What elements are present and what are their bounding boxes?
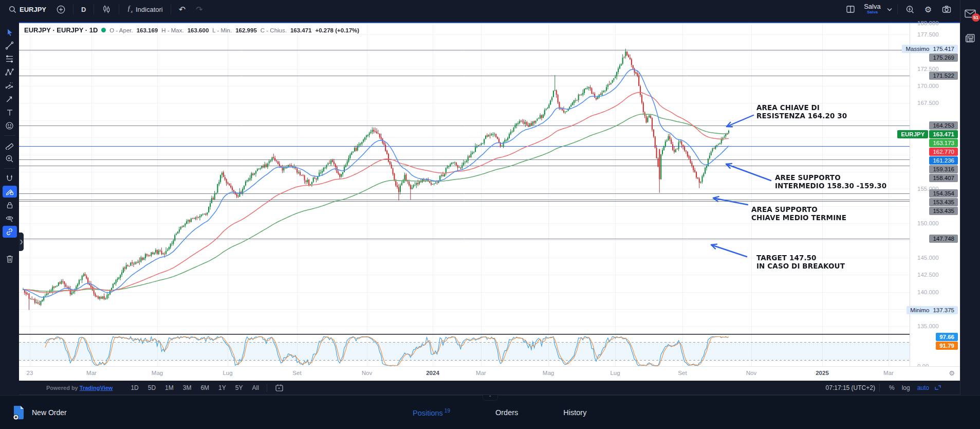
range-button-1y[interactable]: 1Y [215, 383, 230, 392]
maximize-scale-icon[interactable] [934, 385, 941, 391]
fx-icon: ƒx [127, 5, 133, 14]
measure-tool[interactable] [3, 139, 17, 151]
ruler-icon [5, 141, 14, 150]
zoom-in-tool[interactable] [3, 153, 17, 165]
time-axis-label[interactable]: Mar [883, 370, 894, 376]
right-rail: 51 [960, 0, 980, 395]
news-icon [965, 33, 975, 43]
legend-ohlc-values: O - Aper.163.169H - Max.163.600L - Min.1… [109, 27, 311, 33]
symbol-search-button[interactable]: EURJPY [4, 3, 51, 16]
range-button-all[interactable]: All [248, 383, 262, 392]
lock-drawings-tool[interactable] [3, 199, 17, 211]
chart-text-annotation[interactable]: AREA SUPPORTOCHIAVE MEDIO TERMINE [751, 205, 846, 222]
symbol-chip: EURJPY [897, 130, 928, 138]
eye-icon [5, 214, 14, 223]
chart-text-annotation[interactable]: TARGET 147.50IN CASO DI BREAKOUT [756, 254, 845, 270]
market-status-dot-icon[interactable] [101, 28, 106, 32]
time-axis-label[interactable]: 2024 [426, 370, 439, 376]
time-axis[interactable]: 23MarMagLugSetNov2024MarMagLugSetNov2025… [19, 366, 960, 381]
screenshot-button[interactable] [937, 3, 956, 16]
price-axis[interactable]: 180.000177.500172.500170.000167.500155.0… [910, 23, 960, 367]
chart-region[interactable]: EURJPY · EURJPY · 1D O - Aper.163.169H -… [19, 23, 910, 367]
save-button[interactable]: Salva Salva [861, 4, 884, 15]
axis-settings-gear-icon[interactable]: ⚙ [949, 369, 955, 377]
level-price-badge: 163.173 [929, 139, 958, 147]
level-price-badge: 147.748 [929, 235, 958, 243]
inbox-button[interactable]: 51 [965, 9, 976, 18]
plot-row: EURJPY · EURJPY · 1D O - Aper.163.169H -… [19, 22, 960, 366]
compare-add-symbol-button[interactable] [52, 3, 70, 16]
indicators-button[interactable]: ƒx Indicatori [122, 3, 167, 16]
range-button-3m[interactable]: 3M [179, 383, 195, 392]
panel-collapse-handle[interactable]: ❯ [19, 233, 24, 251]
scale-button-log[interactable]: log [902, 384, 910, 391]
legend-symbol-title[interactable]: EURJPY · EURJPY · 1D [24, 26, 98, 34]
drawing-mode-tool[interactable] [3, 186, 17, 198]
time-axis-label[interactable]: Mar [86, 370, 97, 376]
brush-tool[interactable] [3, 93, 17, 105]
pattern-tool[interactable] [3, 66, 17, 78]
tradingview-link[interactable]: TradingView [80, 385, 113, 391]
interval-button[interactable]: D [77, 3, 90, 16]
chart-header-toolbar: EURJPY D ƒx Indicatori [0, 0, 960, 22]
toolbar-separator [4, 168, 15, 169]
scale-button-auto[interactable]: auto [917, 384, 929, 391]
candlestick-style-icon [102, 5, 111, 14]
settings-button[interactable]: ⚙ [920, 3, 936, 16]
range-button-5d[interactable]: 5D [144, 383, 159, 392]
time-axis-label[interactable]: Lug [223, 370, 232, 376]
scale-button-%[interactable]: % [889, 384, 895, 391]
chart-style-button[interactable] [97, 3, 116, 16]
emoji-tool[interactable] [3, 120, 17, 132]
time-axis-label[interactable]: Mag [152, 370, 163, 376]
price-chart-canvas[interactable] [19, 23, 910, 367]
xabcd-pattern-icon [5, 68, 14, 77]
range-button-1d[interactable]: 1D [127, 383, 142, 392]
delete-drawings-tool[interactable] [3, 253, 17, 265]
range-button-1m[interactable]: 1M [161, 383, 177, 392]
tab-orders[interactable]: Orders [495, 408, 518, 417]
time-axis-label[interactable]: 23 [27, 370, 33, 376]
scale-buttons: %logauto [889, 384, 929, 391]
price-tick: 167.500 [917, 100, 939, 106]
sync-drawings-tool[interactable] [3, 226, 17, 238]
price-tick: 145.000 [917, 255, 939, 261]
smiley-icon [5, 121, 14, 130]
time-axis-label[interactable]: Mar [476, 370, 486, 376]
range-button-5y[interactable]: 5Y [232, 383, 247, 392]
chart-text-annotation[interactable]: AREE SUPPORTOINTERMEDIO 158.30 -159.30 [775, 173, 886, 190]
trend-line-tool[interactable] [3, 40, 17, 51]
fib-tool[interactable] [3, 53, 17, 65]
header-separator [897, 4, 898, 14]
chart-text-annotation[interactable]: AREA CHIAVE DIRESISTENZA 164.20 30 [756, 103, 847, 120]
time-axis-label[interactable]: 2025 [816, 370, 829, 376]
time-axis-label[interactable]: Nov [746, 370, 756, 376]
news-button[interactable] [965, 33, 975, 43]
go-to-date-button[interactable] [271, 383, 287, 393]
save-menu-chevron[interactable] [885, 3, 894, 16]
magnet-tool[interactable] [3, 172, 17, 184]
level-price-badge: 154.354 [929, 189, 958, 198]
time-axis-label[interactable]: Set [678, 370, 687, 376]
time-axis-label[interactable]: Lug [610, 370, 620, 376]
quick-search-button[interactable] [901, 3, 919, 16]
tab-positions[interactable]: Positions19 [413, 408, 450, 417]
new-order-button[interactable]: New Order [12, 405, 67, 420]
time-axis-label[interactable]: Nov [362, 370, 372, 376]
layout-button[interactable] [841, 3, 860, 16]
forecast-tool[interactable] [3, 80, 17, 92]
last-price-value: 163.471 [929, 130, 958, 138]
cursor-tool[interactable] [3, 26, 17, 38]
tab-history[interactable]: History [563, 408, 586, 417]
time-axis-label[interactable]: Mag [543, 370, 554, 376]
text-tool[interactable] [3, 106, 17, 118]
inbox-count-badge: 51 [972, 13, 980, 22]
time-axis-label[interactable]: Set [292, 370, 301, 376]
trend-line-icon [5, 41, 14, 50]
clock-label[interactable]: 07:17:15 (UTC+2) [826, 384, 875, 391]
undo-button[interactable]: ↶ [174, 3, 190, 16]
terminal-collapse-chevron[interactable]: ⌃ [483, 395, 498, 401]
redo-button[interactable]: ↷ [191, 3, 207, 16]
hide-drawings-tool[interactable] [3, 212, 17, 224]
range-button-6m[interactable]: 6M [197, 383, 213, 392]
